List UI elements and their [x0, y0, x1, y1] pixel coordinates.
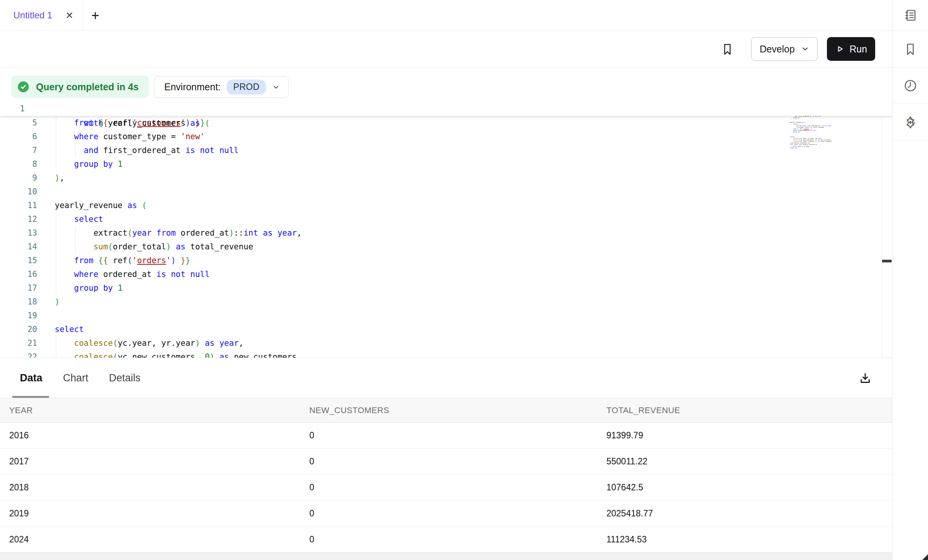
- table-cell: 0: [300, 534, 597, 545]
- add-tab-button[interactable]: +: [88, 8, 103, 23]
- results-table: YEAR NEW_CUSTOMERS TOTAL_REVENUE 2016091…: [0, 398, 892, 553]
- code-line: 13 extract(year from ordered_at)::int as…: [0, 226, 881, 240]
- column-header-year: YEAR: [0, 405, 300, 415]
- environment-label: Environment:: [164, 81, 221, 93]
- editor-scrollbar-track: [882, 101, 882, 358]
- editor-scrollbar-thumb[interactable]: [882, 260, 892, 262]
- table-cell: 2025418.77: [597, 508, 892, 519]
- line-number: 8: [0, 157, 37, 171]
- sticky-context-line: 1with yearly_customers as (: [0, 101, 892, 116]
- develop-dropdown[interactable]: Develop: [751, 37, 818, 61]
- line-number: 19: [0, 309, 37, 322]
- bookmark-button[interactable]: [719, 41, 736, 58]
- table-cell: 2018: [0, 482, 300, 493]
- results-tab-bar: Data Chart Details: [0, 358, 892, 398]
- line-number: 18: [0, 295, 37, 309]
- bookmark-icon: [903, 42, 917, 56]
- tab-data[interactable]: Data: [19, 372, 43, 384]
- environment-selector[interactable]: Environment: PROD: [154, 76, 289, 98]
- code-line: 19: [0, 309, 881, 322]
- table-cell: 2024: [0, 534, 300, 545]
- code-line: 7 and first_ordered_at is not null: [0, 143, 881, 157]
- code-line: 20select: [0, 322, 881, 336]
- column-header-new-customers: NEW_CUSTOMERS: [300, 405, 597, 415]
- run-button[interactable]: Run: [827, 37, 875, 61]
- ide-window: Untitled 1 ✕ + Develop: [0, 0, 928, 560]
- sidebar-item-history[interactable]: [892, 68, 928, 104]
- code-line: 6 where customer_type = 'new': [0, 130, 881, 143]
- line-number: 22: [0, 350, 37, 358]
- environment-value-pill: PROD: [227, 80, 266, 94]
- line-number: 11: [0, 199, 37, 212]
- code-line: 9),: [0, 171, 881, 185]
- code-line: 18): [0, 295, 881, 309]
- table-header-row: YEAR NEW_CUSTOMERS TOTAL_REVENUE: [0, 398, 892, 423]
- sidebar-item-bookmarks[interactable]: [892, 31, 928, 68]
- code-line: with yearly_customers as (: [84, 119, 210, 128]
- active-tab-underline: [12, 396, 49, 398]
- code-line: 11yearly_revenue as (: [0, 199, 881, 212]
- table-row: 20180107642.5: [0, 475, 892, 501]
- code-line: 16 where ordered_at is not null: [0, 267, 881, 281]
- code-line: 8 group by 1: [0, 157, 881, 171]
- table-cell: 2019: [0, 508, 300, 519]
- download-button[interactable]: [856, 369, 874, 387]
- line-number: 17: [0, 281, 37, 295]
- table-cell: 91399.79: [597, 430, 892, 441]
- table-cell: 2016: [0, 430, 300, 441]
- window-resize-grip[interactable]: [922, 554, 928, 560]
- line-number: 16: [0, 267, 37, 281]
- code-line: 10: [0, 185, 881, 199]
- table-row: 201902025418.77: [0, 501, 892, 527]
- tab-label: Untitled 1: [13, 10, 65, 21]
- code-line: 12 select: [0, 212, 881, 226]
- line-number: 15: [0, 254, 37, 267]
- close-icon[interactable]: ✕: [65, 11, 74, 20]
- line-number: 12: [0, 212, 37, 226]
- code-line: 22 coalesce(yc.new_customers, 0) as new_…: [0, 350, 881, 358]
- sidebar-item-dbt[interactable]: [892, 104, 928, 141]
- line-number: 7: [0, 143, 37, 157]
- code-line: 21 coalesce(yc.year, yr.year) as year,: [0, 336, 881, 350]
- tab-chart[interactable]: Chart: [62, 372, 89, 384]
- right-icon-sidebar: [892, 0, 928, 560]
- table-cell: 0: [300, 508, 597, 519]
- bookmark-icon: [721, 43, 734, 56]
- dbt-star-icon: [903, 115, 918, 130]
- query-status-badge: Query completed in 4s: [11, 76, 149, 98]
- check-circle-icon: [16, 80, 30, 94]
- minimap-line: order by 1: [790, 147, 855, 149]
- horizontal-scrollbar-track[interactable]: [0, 552, 892, 560]
- download-icon: [858, 371, 872, 385]
- table-cell: 111234.53: [597, 534, 892, 545]
- line-number: 21: [0, 336, 37, 350]
- notebook-list-icon: [903, 8, 917, 22]
- line-number: 1: [20, 101, 25, 116]
- plus-icon: +: [91, 8, 99, 24]
- table-row: 20170550011.22: [0, 449, 892, 475]
- sql-code-editor[interactable]: 5 from {{ ref('customers') }}6 where cus…: [0, 101, 892, 358]
- line-number: 6: [0, 130, 37, 143]
- code-lines: 5 from {{ ref('customers') }}6 where cus…: [0, 116, 881, 358]
- chevron-down-icon: [801, 45, 809, 53]
- run-label: Run: [850, 44, 867, 55]
- table-cell: 0: [300, 430, 597, 441]
- column-header-total-revenue: TOTAL_REVENUE: [597, 405, 892, 415]
- tab-bar: Untitled 1 ✕ +: [0, 0, 892, 31]
- line-number: 13: [0, 226, 37, 240]
- line-number: 10: [0, 185, 37, 199]
- table-cell: 550011.22: [597, 456, 892, 467]
- table-row: 2016091399.79: [0, 423, 892, 449]
- code-line: 15 from {{ ref('orders') }}: [0, 254, 881, 267]
- line-number: 14: [0, 240, 37, 254]
- table-body: 2016091399.7920170550011.2220180107642.5…: [0, 423, 892, 553]
- toolbar: Develop Run: [0, 31, 892, 68]
- code-line: 14 sum(order_total) as total_revenue: [0, 240, 881, 254]
- tab-untitled-1[interactable]: Untitled 1 ✕: [0, 0, 83, 31]
- line-number: 9: [0, 171, 37, 185]
- table-cell: 0: [300, 456, 597, 467]
- tab-details[interactable]: Details: [108, 372, 142, 384]
- history-clock-icon: [903, 79, 917, 93]
- develop-label: Develop: [760, 44, 795, 55]
- sidebar-item-lineage[interactable]: [892, 0, 928, 31]
